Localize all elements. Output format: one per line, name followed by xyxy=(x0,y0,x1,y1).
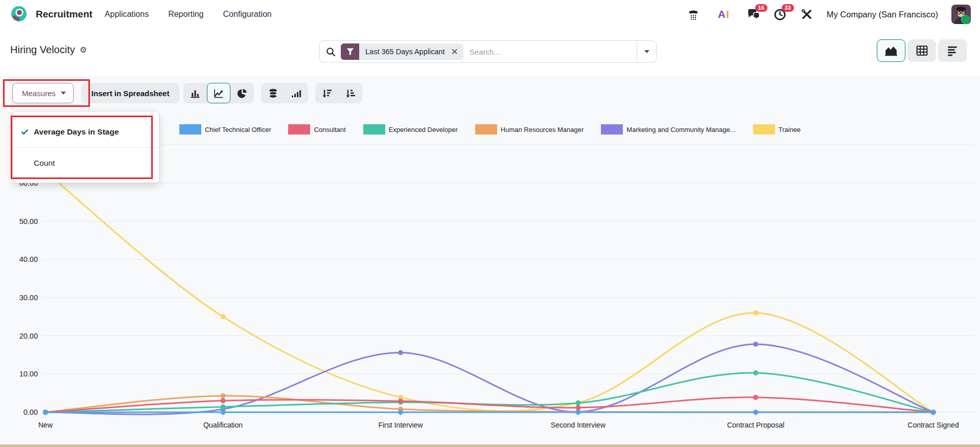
nav-menu: Applications Reporting Configuration xyxy=(105,10,272,19)
sort-group xyxy=(315,83,362,103)
legend-item[interactable]: Chief Technical Officer xyxy=(179,124,271,135)
svg-text:0.00: 0.00 xyxy=(24,408,38,416)
svg-text:Contract Signed: Contract Signed xyxy=(907,421,959,429)
recruitment-app-icon[interactable] xyxy=(9,5,29,24)
activities-icon[interactable]: 33 xyxy=(774,8,787,21)
legend-item[interactable]: Marketing and Community Manage... xyxy=(601,124,735,135)
legend-item[interactable]: Trainee xyxy=(753,124,801,135)
svg-text:First Interview: First Interview xyxy=(378,421,423,429)
tools-icon[interactable] xyxy=(800,8,813,21)
search-dropdown-toggle[interactable] xyxy=(637,41,656,62)
view-list-button[interactable] xyxy=(938,39,967,62)
app-name[interactable]: Recruitment xyxy=(36,9,92,20)
signal-bars-icon xyxy=(291,88,301,98)
gear-icon[interactable]: ⚙ xyxy=(80,46,87,54)
data-point xyxy=(221,393,226,398)
nav-right: AI 16 33 xyxy=(687,5,971,24)
view-graph-button[interactable] xyxy=(877,39,905,62)
filter-facet-label: Last 365 Days Applicant xyxy=(359,48,450,56)
top-navbar: Recruitment Applications Reporting Confi… xyxy=(0,0,980,29)
data-point xyxy=(753,370,758,375)
menu-configuration[interactable]: Configuration xyxy=(223,10,272,19)
data-point xyxy=(931,410,936,415)
chevron-down-icon xyxy=(644,50,649,53)
line-chart-button[interactable] xyxy=(207,83,230,103)
legend-label: Marketing and Community Manage... xyxy=(626,126,735,133)
facet-remove-icon[interactable]: ✕ xyxy=(450,47,463,57)
svg-text:Qualification: Qualification xyxy=(203,421,243,429)
chart-type-group xyxy=(183,83,254,103)
pie-chart-icon xyxy=(237,88,247,98)
svg-text:Second Interview: Second Interview xyxy=(551,421,606,429)
data-point xyxy=(753,395,758,400)
list-icon xyxy=(946,45,959,56)
legend-swatch xyxy=(753,124,775,135)
odoo-recruitment-graph-view: 0.0010.0020.0030.0040.0050.0060.0070.00N… xyxy=(0,0,980,447)
svg-text:20.00: 20.00 xyxy=(19,332,38,340)
svg-text:30.00: 30.00 xyxy=(19,294,38,302)
nav-left: Recruitment Applications Reporting Confi… xyxy=(9,5,272,24)
database-icon xyxy=(268,88,278,98)
data-point xyxy=(221,398,226,404)
data-point xyxy=(398,410,403,415)
stacked-button[interactable] xyxy=(261,83,285,103)
menu-applications[interactable]: Applications xyxy=(105,10,149,19)
data-point xyxy=(43,410,48,415)
crossed-tools-icon xyxy=(801,8,813,20)
menu-reporting[interactable]: Reporting xyxy=(168,10,203,19)
measures-button[interactable]: Measures xyxy=(12,83,74,103)
phone-icon xyxy=(687,8,699,20)
svg-text:40.00: 40.00 xyxy=(19,255,38,263)
user-avatar[interactable] xyxy=(951,5,971,24)
view-pivot-button[interactable] xyxy=(907,39,936,62)
data-point xyxy=(753,342,758,347)
data-point xyxy=(221,314,226,319)
control-panel: Hiring Velocity ⚙ Last 365 Days Applican… xyxy=(0,29,980,76)
legend-swatch xyxy=(363,124,385,135)
voip-phone-icon[interactable] xyxy=(687,8,700,21)
search-bar[interactable]: Last 365 Days Applicant ✕ Search... xyxy=(319,40,657,63)
legend-label: Consultant xyxy=(314,126,345,133)
measures-dropdown: Average Days in Stage Count xyxy=(13,111,159,183)
data-point xyxy=(576,400,581,406)
filter-facet[interactable]: Last 365 Days Applicant ✕ xyxy=(341,43,463,60)
svg-text:Contract Proposal: Contract Proposal xyxy=(727,421,784,429)
legend-item[interactable]: Human Resources Manager xyxy=(475,124,584,135)
measure-item-average-days[interactable]: Average Days in Stage xyxy=(13,117,159,147)
line-chart-icon xyxy=(214,88,224,98)
data-point xyxy=(576,410,581,415)
search-input[interactable]: Search... xyxy=(470,48,637,56)
pivot-table-icon xyxy=(916,45,928,56)
bar-chart-button[interactable] xyxy=(183,83,207,103)
legend-item[interactable]: Consultant xyxy=(288,124,345,135)
data-point xyxy=(221,410,226,415)
page-title: Hiring Velocity xyxy=(10,44,75,56)
check-icon xyxy=(20,129,29,135)
legend-swatch xyxy=(288,124,310,135)
measure-item-count[interactable]: Count xyxy=(13,148,159,178)
messages-icon[interactable]: 16 xyxy=(747,8,760,21)
legend-label: Human Resources Manager xyxy=(501,126,584,133)
activities-badge: 33 xyxy=(782,4,794,12)
sort-amount-asc-icon xyxy=(345,88,356,98)
sort-ascending-button[interactable] xyxy=(339,83,362,103)
legend-label: Experienced Developer xyxy=(389,126,458,133)
series-line xyxy=(45,373,934,412)
cumulative-button[interactable] xyxy=(285,83,308,103)
sort-descending-button[interactable] xyxy=(315,83,339,103)
legend-swatch xyxy=(475,124,497,135)
legend-item[interactable]: Experienced Developer xyxy=(363,124,458,135)
company-switcher[interactable]: My Company (San Francisco) xyxy=(827,10,938,19)
chevron-down-icon xyxy=(61,92,66,95)
svg-text:New: New xyxy=(38,421,53,429)
data-point xyxy=(753,310,758,316)
filter-funnel-icon xyxy=(341,43,359,60)
pie-chart-button[interactable] xyxy=(230,83,254,103)
messages-badge: 16 xyxy=(755,4,767,12)
ai-icon[interactable]: AI xyxy=(713,8,734,21)
legend-swatch xyxy=(179,124,201,135)
data-point xyxy=(398,350,403,355)
series-line xyxy=(45,172,934,412)
bar-chart-icon xyxy=(190,88,200,98)
insert-in-spreadsheet-button[interactable]: Insert in Spreadsheet xyxy=(81,83,180,103)
